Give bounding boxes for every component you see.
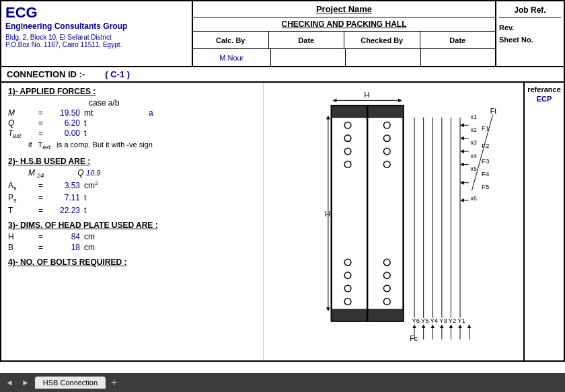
m-unit: mt [84,108,104,118]
svg-text:x6: x6 [471,195,477,202]
ecg-title: ECG [5,4,188,22]
h-label: H [8,232,32,241]
date2-label: Date [420,32,496,48]
ecg-subtitle: Engineering Consultants Group [5,22,188,31]
connection-id-value: ( C-1 ) [105,69,130,79]
connection-diagram: H [267,86,520,357]
svg-point-12 [383,161,390,168]
m-value: 19.50 [50,108,80,118]
svg-text:F4: F4 [482,170,490,178]
h-dim-value: 84 [50,232,80,241]
svg-point-18 [383,285,390,292]
svg-text:Fc: Fc [410,334,418,342]
prev-arrow[interactable]: ◄ [3,378,16,387]
svg-text:Y2: Y2 [449,317,457,324]
hsb-q-val: 10.9 [86,169,100,177]
applied-forces-title: 1)- APPLIED FORCES : [8,87,256,96]
tab-label: HSB Connection [43,379,98,387]
svg-point-15 [344,272,351,279]
b-dim-value: 18 [50,243,80,252]
hsb-title: 2)- H.S.B USED ARE : [8,157,256,166]
q-value: 6.20 [50,118,80,128]
svg-point-20 [383,299,390,305]
ps-unit: t [84,193,104,202]
h-dim-unit: cm [84,232,104,241]
b-label: B [8,243,32,252]
hsb-q-label: Q 10.9 [77,168,100,179]
svg-text:F3: F3 [482,157,489,165]
t-label: Text [8,128,32,139]
if-text: if Text is a comp. But it with -ve sign [28,141,256,151]
svg-point-16 [383,272,390,279]
sheet-label: Sheet No. [499,36,533,44]
svg-point-7 [344,135,351,142]
svg-point-17 [344,285,351,292]
t2-label: T [8,206,32,215]
project-title: CHECKING AND PACKING HALL [193,17,495,32]
svg-text:x4: x4 [471,153,477,159]
case-a-value: a [149,108,153,118]
hsb-connection-tab[interactable]: HSB Connection [35,377,106,389]
t-unit: t [84,128,104,138]
svg-text:x5: x5 [471,165,477,172]
svg-point-8 [383,135,390,142]
svg-text:x1: x1 [471,114,477,120]
next-arrow[interactable]: ► [19,378,32,387]
calc-by-value: M.Nour [193,49,271,66]
svg-text:F1: F1 [482,124,489,132]
svg-text:H: H [325,209,330,218]
job-ref-label: Job Ref. [499,5,561,18]
dims-title: 3)- DIMS. OF HEAD PLATE USED ARE : [8,221,256,230]
t2-unit: t [84,206,104,215]
ref-ecp: ECP [527,95,561,103]
svg-point-14 [383,259,390,266]
svg-point-6 [383,122,390,128]
svg-text:x3: x3 [471,139,477,146]
svg-point-9 [344,148,351,155]
t2-value: 22.23 [50,206,80,215]
as-unit: cm2 [84,180,111,190]
svg-text:Y3: Y3 [439,317,447,324]
as-label: As [8,181,32,192]
ecg-po: P.O.Box No. 1167, Cairo 11511, Egypt. [5,41,188,48]
calc-by-label: Calc. By [193,32,269,48]
svg-point-5 [344,122,351,128]
as-value: 3.53 [50,181,80,190]
hsb-m-label: M 24 [28,168,44,179]
q-unit: t [84,118,104,128]
connection-id-label: CONNECTION ID :- [7,69,85,79]
svg-point-10 [383,148,390,155]
svg-point-19 [344,299,351,305]
svg-text:Ft: Ft [490,107,497,115]
m-label: M [8,108,32,118]
svg-point-11 [344,161,351,168]
ref-label: referance [527,85,561,93]
svg-text:Y6: Y6 [412,317,420,324]
checked-by-label: Checked By [344,32,420,48]
svg-text:F5: F5 [482,183,489,190]
q-label: Q [8,118,32,128]
add-tab-button[interactable]: + [108,377,120,389]
svg-text:Y5: Y5 [421,317,429,324]
ecg-address: Bldg. 2, Block 10, El Sefarat District [5,34,188,41]
b-dim-unit: cm [84,243,104,252]
svg-text:F2: F2 [482,142,489,149]
svg-point-13 [344,259,351,266]
rev-label: Rev. [499,24,514,32]
svg-text:x2: x2 [471,126,477,133]
project-name-label: Project Name [193,1,495,17]
applied-forces-case-label: case a/b [89,98,119,108]
svg-text:Y1: Y1 [457,317,465,324]
bolts-title: 4)- NO. OF BOLTS REQUIRED : [8,258,256,267]
ps-label: Ps [8,193,32,204]
svg-text:Y4: Y4 [430,317,438,324]
date-label: Date [269,32,345,48]
svg-text:H: H [364,90,369,99]
ps-value: 7.11 [50,193,80,202]
t-value: 0.00 [50,128,80,138]
